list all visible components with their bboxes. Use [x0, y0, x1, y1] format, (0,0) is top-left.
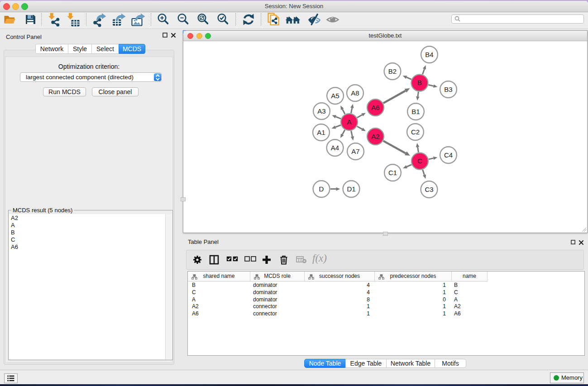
svg-text:B3: B3	[444, 86, 452, 93]
svg-text:A5: A5	[331, 92, 339, 100]
svg-text:A6: A6	[371, 104, 379, 111]
svg-text:A3: A3	[317, 107, 325, 115]
svg-text:C1: C1	[388, 169, 397, 176]
svg-text:C2: C2	[411, 128, 420, 136]
svg-text:C: C	[417, 157, 422, 165]
svg-text:A1: A1	[317, 129, 325, 136]
svg-text:B1: B1	[411, 108, 420, 115]
svg-text:A2: A2	[371, 133, 379, 140]
svg-text:A: A	[347, 118, 351, 126]
svg-text:C4: C4	[444, 151, 453, 159]
svg-text:B: B	[417, 79, 422, 86]
svg-text:B2: B2	[388, 67, 397, 75]
svg-text:B4: B4	[425, 51, 433, 58]
svg-text:A4: A4	[331, 144, 339, 152]
svg-text:D1: D1	[347, 185, 355, 193]
svg-text:A7: A7	[351, 148, 359, 155]
svg-text:D: D	[319, 185, 324, 193]
svg-text:A8: A8	[351, 89, 359, 97]
svg-text:C3: C3	[425, 186, 433, 193]
